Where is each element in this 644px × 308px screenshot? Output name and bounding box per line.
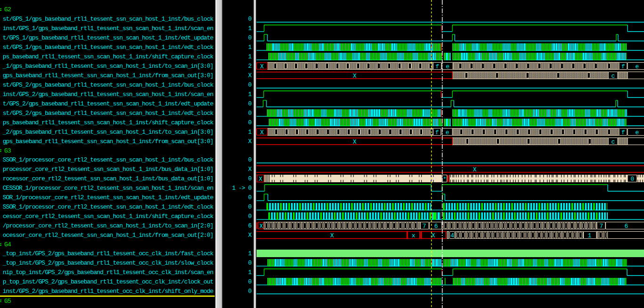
svg-text:f: f [621, 63, 625, 70]
svg-text:X: X [248, 138, 252, 145]
svg-text:1: 1 [248, 129, 252, 136]
svg-text:cessor_core_rtl2_tessent_ssn_s: cessor_core_rtl2_tessent_ssn_scan_host_1… [3, 213, 214, 220]
svg-text:X: X [248, 232, 252, 239]
svg-text:1: 1 [248, 91, 252, 98]
svg-text:SSOR_1/processor_core_rtl2_tes: SSOR_1/processor_core_rtl2_tessent_ssn_s… [3, 203, 214, 211]
svg-text:7: 7 [600, 223, 603, 230]
svg-text:t/GPS_2/gps_baseband_rtl1_tess: t/GPS_2/gps_baseband_rtl1_tessent_ssn_sc… [3, 100, 213, 107]
svg-text:0: 0 [248, 16, 251, 23]
svg-text:ps_baseband_rtl1_tessent_ssn_s: ps_baseband_rtl1_tessent_ssn_scan_host_1… [3, 119, 214, 126]
svg-text:G2: G2 [4, 6, 11, 13]
svg-text:st/GPS_1/gps_baseband_rtl1_tes: st/GPS_1/gps_baseband_rtl1_tessent_ssn_s… [3, 44, 214, 51]
svg-text:G5: G5 [4, 298, 11, 305]
svg-text:0: 0 [248, 203, 251, 211]
svg-text:X: X [259, 223, 263, 230]
svg-text:processor_core_rtl2_tessent_ss: processor_core_rtl2_tessent_ssn_scan_hos… [3, 166, 213, 173]
svg-text:G3: G3 [4, 147, 11, 154]
svg-text:st/GPS_2/gps_baseband_rtl1_tes: st/GPS_2/gps_baseband_rtl1_tessent_ssn_s… [3, 81, 214, 89]
svg-text:_top_inst/GPS_2/gps_baseband_r: _top_inst/GPS_2/gps_baseband_rtl1_tessen… [2, 259, 214, 267]
svg-text:6: 6 [248, 222, 251, 229]
svg-text:X: X [432, 232, 435, 239]
svg-text:6: 6 [435, 223, 438, 230]
svg-text:_top_inst/GPS_2/gps_baseband_r: _top_inst/GPS_2/gps_baseband_rtl1_tessen… [2, 250, 214, 257]
svg-text:X: X [260, 129, 264, 136]
svg-text:1: 1 [248, 250, 252, 257]
svg-text:SSOR_1/processor_core_rtl2_tes: SSOR_1/processor_core_rtl2_tessent_ssn_s… [3, 156, 214, 163]
svg-text:gps_baseband_rtl1_tessent_ssn_: gps_baseband_rtl1_tessent_ssn_scan_host_… [3, 72, 213, 79]
svg-text:X: X [353, 138, 357, 146]
svg-text:gps_baseband_rtl1_tessent_ssn_: gps_baseband_rtl1_tessent_ssn_scan_host_… [3, 138, 213, 145]
svg-text:X: X [259, 176, 263, 183]
svg-text:t/GPS_1/gps_baseband_rtl1_tess: t/GPS_1/gps_baseband_rtl1_tessent_ssn_sc… [3, 34, 213, 41]
svg-text:0: 0 [248, 81, 251, 89]
svg-text:e: e [636, 129, 639, 136]
svg-text:ocessor_core_rtl2_tessent_ssn_: ocessor_core_rtl2_tessent_ssn_scan_host_… [3, 232, 213, 239]
svg-text:X: X [248, 72, 252, 79]
svg-text:x: x [412, 232, 416, 239]
svg-text:1: 1 [248, 44, 252, 51]
svg-text:c: c [612, 73, 615, 80]
svg-text:0: 0 [248, 278, 251, 285]
svg-text:0: 0 [248, 156, 251, 163]
svg-text:G4: G4 [4, 241, 11, 248]
svg-text:0: 0 [248, 110, 251, 117]
svg-text:0: 0 [248, 34, 251, 41]
svg-text:0: 0 [248, 259, 251, 267]
svg-text:1: 1 [248, 269, 252, 276]
svg-text:ps_baseband_rtl1_tessent_ssn_s: ps_baseband_rtl1_tessent_ssn_scan_host_1… [3, 53, 214, 60]
svg-text:X: X [260, 63, 264, 70]
svg-text:X: X [473, 166, 477, 173]
svg-text:0: 0 [248, 119, 251, 126]
svg-text:inst/GPS_2/gps_baseband_rtl1_t: inst/GPS_2/gps_baseband_rtl1_tessent_occ… [3, 288, 213, 295]
svg-text:1 -> 0: 1 -> 0 [232, 185, 251, 192]
svg-text:f: f [435, 63, 439, 70]
svg-text:p_top_inst/GPS_2/gps_baseband_: p_top_inst/GPS_2/gps_baseband_rtl1_tesse… [3, 278, 213, 285]
svg-text:/processor_core_rtl2_tessent_s: /processor_core_rtl2_tessent_ssn_scan_ho… [3, 222, 213, 229]
svg-text:nip_top_inst/GPS_2/gps_baseban: nip_top_inst/GPS_2/gps_baseband_rtl1_tes… [3, 269, 213, 276]
svg-text:X: X [248, 166, 252, 173]
svg-text:1: 1 [248, 53, 252, 60]
svg-text:e: e [636, 63, 639, 70]
svg-text:st/GPS_2/gps_baseband_rtl1_tes: st/GPS_2/gps_baseband_rtl1_tessent_ssn_s… [3, 110, 214, 117]
svg-text:6: 6 [625, 223, 628, 230]
svg-text:2: 2 [248, 63, 251, 70]
svg-text:X: X [353, 73, 357, 80]
svg-text:f: f [435, 129, 439, 136]
svg-text:inst/GPS_1/gps_baseband_rtl1_t: inst/GPS_1/gps_baseband_rtl1_tessent_ssn… [3, 25, 213, 32]
svg-text:_2/gps_baseband_rtl1_tessent_s: _2/gps_baseband_rtl1_tessent_ssn_scan_ho… [2, 129, 213, 136]
svg-text:4: 4 [451, 232, 454, 239]
svg-text:e: e [446, 129, 449, 136]
svg-text:_1/gps_baseband_rtl1_tessent_s: _1/gps_baseband_rtl1_tessent_ssn_scan_ho… [2, 63, 213, 70]
svg-text:X: X [330, 232, 334, 239]
svg-text:0: 0 [631, 176, 634, 183]
svg-text:1: 1 [248, 25, 252, 32]
svg-text:c: c [612, 138, 615, 146]
svg-text:f: f [621, 129, 625, 136]
svg-text:st/GPS_1/gps_baseband_rtl1_tes: st/GPS_1/gps_baseband_rtl1_tessent_ssn_s… [3, 16, 214, 23]
svg-text:CESSOR_1/processor_core_rtl2_t: CESSOR_1/processor_core_rtl2_tessent_ssn… [3, 185, 213, 192]
svg-text:0: 0 [248, 100, 251, 107]
svg-text:0: 0 [248, 194, 251, 201]
svg-text:inst/GPS_2/gps_baseband_rtl1_t: inst/GPS_2/gps_baseband_rtl1_tessent_ssn… [3, 91, 213, 98]
svg-text:*: * [443, 176, 446, 183]
svg-text:e: e [446, 63, 449, 70]
svg-text:SOR_1/processor_core_rtl2_tess: SOR_1/processor_core_rtl2_tessent_ssn_sc… [3, 194, 213, 201]
svg-text:7: 7 [423, 223, 426, 230]
svg-text:0: 0 [248, 288, 251, 295]
svg-text:0: 0 [248, 213, 251, 220]
svg-text:rocessor_core_rtl2_tessent_ssn: rocessor_core_rtl2_tessent_ssn_scan_host… [3, 175, 213, 182]
svg-text:0: 0 [248, 175, 251, 182]
svg-text:1: 1 [588, 232, 592, 239]
